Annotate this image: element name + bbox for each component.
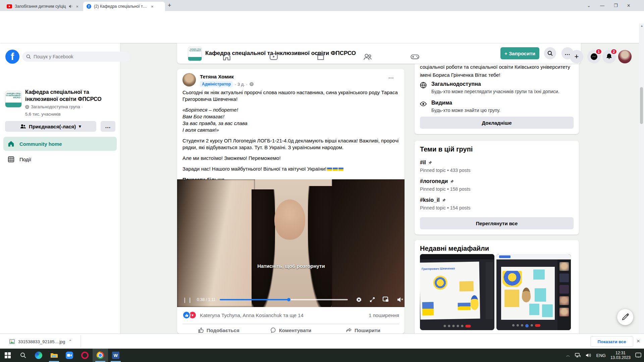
downloaded-file-chip[interactable]: 331538833_92185....jpg ⌃ <box>7 337 74 347</box>
page-scrollbar[interactable]: ▲ <box>639 23 644 334</box>
tab-audio-icon[interactable] <box>69 4 73 8</box>
post-author-name[interactable]: Тетяна Хомик <box>200 74 234 79</box>
globe-icon <box>420 82 427 88</box>
globe-icon <box>250 82 254 86</box>
ukraine-flag-icon <box>327 168 332 171</box>
video-right-controls <box>356 297 404 303</box>
sidebar-more-button[interactable]: ... <box>101 121 115 132</box>
window-maximize-button[interactable]: ❐ <box>614 3 618 8</box>
new-tab-button[interactable]: + <box>168 2 171 9</box>
media-thumbnail[interactable]: Григорович Шевченко <box>420 254 494 330</box>
picture-in-picture-icon[interactable] <box>383 297 389 303</box>
thumb-caption: Григорович Шевченко <box>420 261 479 270</box>
taskbar-edge-icon[interactable] <box>31 349 46 362</box>
scrollbar-thumb[interactable] <box>640 87 643 124</box>
browser-tab-youtube[interactable]: Запобігання дитячим суїціц × <box>3 2 87 11</box>
fullscreen-icon[interactable] <box>369 297 375 303</box>
shares-count[interactable]: 1 поширення <box>369 312 399 318</box>
browser-toolbar: ← → ⟳ facebook.com/groups/ksiofpsrso ↗ ☆… <box>0 11 644 24</box>
facebook-header: f + 1 2 <box>0 23 644 43</box>
thumb-bottle-graphic <box>470 295 479 310</box>
see-all-topics-button[interactable]: Переглянути все <box>420 217 574 229</box>
volume-muted-icon[interactable] <box>397 297 404 303</box>
feature-desc: Будь-хто може переглядати учасників груп… <box>431 88 559 95</box>
messenger-badge: 1 <box>595 49 602 55</box>
video-playhead[interactable] <box>287 298 290 301</box>
topic-item[interactable]: #логопеди <box>420 178 454 184</box>
video-progress-bar[interactable] <box>220 299 348 300</box>
taskbar-word-icon[interactable]: W <box>108 349 123 362</box>
post-quote-line: За вас правда, за вас слава <box>182 120 399 127</box>
scrollbar-up-arrow[interactable]: ▲ <box>640 24 643 27</box>
tab-search-chevron[interactable]: ⌄ <box>587 3 591 8</box>
show-all-downloads-button[interactable]: Показати все <box>590 336 633 347</box>
like-reaction-icon[interactable] <box>182 311 191 319</box>
notifications-button[interactable]: 2 <box>602 50 616 63</box>
share-arrow-icon <box>346 327 352 333</box>
create-plus-button[interactable]: + <box>570 50 583 63</box>
taskbar-chrome-icon[interactable] <box>93 349 108 362</box>
taskbar-clock[interactable]: 12:31 13.03.2023 <box>610 351 631 360</box>
download-bar-close-icon[interactable]: × <box>637 338 640 345</box>
tab-close-icon[interactable]: × <box>75 4 79 9</box>
start-button[interactable] <box>0 349 15 362</box>
compose-post-button[interactable] <box>617 309 633 325</box>
action-center-icon[interactable] <box>635 353 641 358</box>
taskbar-zoom-icon[interactable] <box>62 349 77 362</box>
image-file-icon <box>9 339 15 344</box>
thumb-wings-graphic <box>502 271 522 287</box>
group-name[interactable]: Кафедра спеціальної та інклюзивної освіт… <box>25 88 112 103</box>
taskbar-opera-icon[interactable] <box>77 349 93 362</box>
media-thumbnail[interactable] <box>496 254 571 330</box>
nav-home-tab[interactable] <box>217 52 236 61</box>
recent-media-card: Недавні медіафайли Григорович Шевченко <box>415 240 579 341</box>
share-button-label: Поширити <box>355 327 380 333</box>
speaker-icon[interactable] <box>586 353 592 358</box>
video-expand-hint[interactable]: Натисніть, щоб розгорнути <box>241 263 341 269</box>
events-calendar-icon <box>7 156 15 163</box>
post-author-avatar[interactable] <box>182 73 196 86</box>
settings-gear-icon[interactable] <box>356 297 362 303</box>
joined-button[interactable]: Приєднався(-лася) ▾ <box>5 121 96 132</box>
tab-close-icon[interactable]: × <box>150 4 154 9</box>
browser-tab-facebook[interactable]: f (2) Кафедра спеціальної та інкл × <box>83 2 165 11</box>
post-video-player[interactable]: Натисніть, щоб розгорнути ❘❘ 0:38 / 1:11 <box>177 179 405 307</box>
topic-item[interactable]: #il <box>420 160 432 166</box>
group-search-button[interactable] <box>544 47 556 59</box>
sidebar-item-events[interactable]: Події <box>3 152 117 166</box>
facebook-logo[interactable]: f <box>5 50 19 64</box>
invite-button[interactable]: + Запросити <box>500 47 539 59</box>
search-input[interactable] <box>22 52 131 62</box>
account-avatar[interactable] <box>618 50 632 63</box>
watch-video-icon <box>269 52 278 61</box>
thumb-cyan-note <box>533 269 545 280</box>
video-controls: ❘❘ 0:38 / 1:11 <box>177 295 405 305</box>
chevron-up-icon[interactable]: ⌃ <box>68 339 72 344</box>
learn-more-button[interactable]: Докладніше <box>420 117 574 129</box>
nav-groups-tab[interactable] <box>359 52 377 61</box>
sidebar-item-label: Community home <box>19 141 62 147</box>
pause-button[interactable]: ❘❘ <box>182 297 193 303</box>
topic-item[interactable]: #ksio_il <box>420 197 446 203</box>
nav-marketplace-tab[interactable] <box>311 52 330 61</box>
tray-chevron-icon[interactable]: ︿ <box>566 353 570 358</box>
notifications-badge: 2 <box>610 49 617 55</box>
camera-icon <box>67 354 72 357</box>
nav-gaming-tab[interactable] <box>406 52 424 61</box>
taskbar-search-button[interactable] <box>15 349 31 362</box>
post-more-button[interactable]: ... <box>388 74 394 80</box>
group-avatar: КАФЕДРА СПЕЦІ ТА ІНКЛЮЗИВНОЇ ФПСРСО <box>5 91 22 108</box>
post-timestamp[interactable]: · 3 д. · <box>235 82 248 87</box>
language-indicator[interactable]: ENG <box>596 353 606 358</box>
feature-title: Загальнодоступна <box>431 81 559 87</box>
messenger-button[interactable]: 1 <box>587 50 601 63</box>
post-paragraph: Студенти 2 курсу ОП Логопедія ЛОГБ-1-21-… <box>182 137 399 151</box>
network-icon[interactable] <box>575 353 581 358</box>
nav-watch-tab[interactable] <box>264 52 283 61</box>
sidebar-item-community-home[interactable]: Community home <box>3 137 117 151</box>
window-close-button[interactable]: × <box>627 3 630 9</box>
window-minimize-button[interactable]: — <box>600 3 604 8</box>
taskbar-file-explorer-icon[interactable] <box>46 349 62 362</box>
reactions-names[interactable]: Kateryna Tychyna, Anna Kosianchuk та ще … <box>200 312 304 318</box>
tab-title: Запобігання дитячим суїціц <box>15 4 66 9</box>
